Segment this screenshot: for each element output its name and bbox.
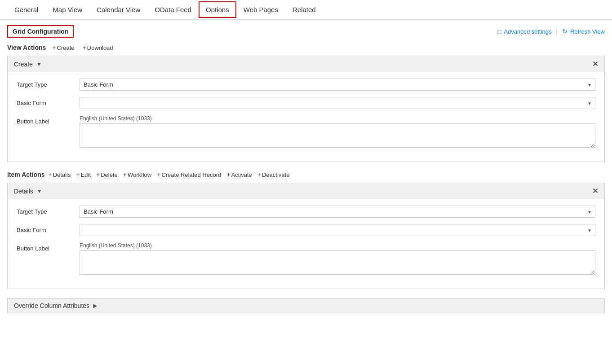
create-card-title: Create	[14, 61, 33, 68]
details-basic-form-select-wrapper	[80, 224, 595, 236]
create-target-type-row: Target Type Basic Form	[17, 79, 595, 91]
add-edit-button[interactable]: + Edit	[74, 171, 93, 178]
plus-icon: +	[52, 44, 56, 51]
workflow-btn-label: Workflow	[128, 171, 151, 178]
details-button-label-row: Button Label English (United States) (10…	[17, 242, 595, 276]
chevron-right-icon[interactable]: ▶	[93, 303, 97, 309]
plus-icon-workflow: +	[123, 171, 127, 178]
nav-item-related[interactable]: Related	[285, 1, 323, 18]
download-btn-label: Download	[87, 44, 113, 51]
add-deactivate-button[interactable]: + Deactivate	[256, 171, 292, 178]
details-target-type-select[interactable]: Basic Form	[80, 206, 595, 218]
details-card-header-left: Details ▼	[14, 188, 42, 195]
item-actions-label: Item Actions	[7, 171, 45, 178]
divider: |	[556, 28, 558, 35]
refresh-icon: ↻	[562, 28, 568, 35]
details-button-label-control: English (United States) (1033)	[80, 242, 595, 276]
create-card-close-button[interactable]: ✕	[592, 60, 598, 68]
details-button-label-textarea[interactable]	[80, 250, 595, 275]
create-basic-form-select-wrapper	[80, 97, 595, 109]
top-navigation: General Map View Calendar View OData Fee…	[0, 0, 612, 20]
nav-item-odata-feed[interactable]: OData Feed	[147, 1, 199, 18]
details-btn-label: Details	[53, 171, 71, 178]
refresh-view-link[interactable]: Refresh View	[570, 28, 605, 35]
plus-icon-deactivate: +	[257, 171, 261, 178]
details-card-title: Details	[14, 188, 33, 195]
details-target-type-label: Target Type	[17, 206, 80, 215]
plus-icon-edit: +	[76, 171, 80, 178]
create-card-header: Create ▼ ✕	[8, 56, 604, 72]
view-actions-section: View Actions + Create + Download	[7, 44, 605, 51]
delete-btn-label: Delete	[101, 171, 118, 178]
header-actions: □ Advanced settings | ↻ Refresh View	[497, 28, 605, 35]
details-basic-form-select[interactable]	[80, 224, 595, 236]
item-actions-section: Item Actions + Details + Edit + Delete +…	[7, 171, 605, 178]
advanced-settings-link[interactable]: Advanced settings	[504, 28, 551, 35]
create-related-btn-label: Create Related Record	[161, 171, 221, 178]
grid-config-header: Grid Configuration □ Advanced settings |…	[7, 25, 605, 38]
details-basic-form-label: Basic Form	[17, 224, 80, 233]
create-basic-form-select[interactable]	[80, 97, 595, 109]
details-target-type-row: Target Type Basic Form	[17, 206, 595, 218]
nav-item-general[interactable]: General	[7, 1, 45, 18]
details-basic-form-row: Basic Form	[17, 224, 595, 236]
plus-icon-activate: +	[226, 171, 230, 178]
add-delete-button[interactable]: + Delete	[94, 171, 120, 178]
create-button-label-label: Button Label	[17, 115, 80, 125]
plus-icon-create-related: +	[157, 171, 160, 178]
details-basic-form-control	[80, 224, 595, 236]
details-button-label-label: Button Label	[17, 242, 80, 252]
create-card: Create ▼ ✕ Target Type Basic Form Basi	[7, 56, 605, 162]
override-card: Override Column Attributes ▶	[7, 298, 605, 313]
details-target-type-select-wrapper: Basic Form	[80, 206, 595, 218]
edit-btn-label: Edit	[81, 171, 91, 178]
create-target-type-select[interactable]: Basic Form	[80, 79, 595, 91]
create-button-label-row: Button Label English (United States) (10…	[17, 115, 595, 149]
grid-config-title: Grid Configuration	[7, 25, 74, 38]
details-card-body: Target Type Basic Form Basic Form	[8, 199, 604, 289]
add-details-button[interactable]: + Details	[47, 171, 73, 178]
deactivate-btn-label: Deactivate	[262, 171, 289, 178]
create-target-type-label: Target Type	[17, 79, 80, 88]
details-locale-label: English (United States) (1033)	[80, 242, 595, 249]
details-target-type-control: Basic Form	[80, 206, 595, 218]
nav-item-calendar-view[interactable]: Calendar View	[89, 1, 147, 18]
create-locale-label: English (United States) (1033)	[80, 115, 595, 122]
add-download-button[interactable]: + Download	[81, 44, 115, 51]
details-card-header: Details ▼ ✕	[8, 183, 604, 199]
create-target-type-select-wrapper: Basic Form	[80, 79, 595, 91]
details-card: Details ▼ ✕ Target Type Basic Form Bas	[7, 183, 605, 289]
details-card-close-button[interactable]: ✕	[592, 187, 598, 195]
create-basic-form-control	[80, 97, 595, 109]
nav-item-web-pages[interactable]: Web Pages	[236, 1, 285, 18]
nav-item-options[interactable]: Options	[199, 1, 236, 18]
nav-item-map-view[interactable]: Map View	[45, 1, 89, 18]
activate-btn-label: Activate	[231, 171, 252, 178]
plus-icon-2: +	[83, 44, 86, 51]
create-target-type-control: Basic Form	[80, 79, 595, 91]
plus-icon-delete: +	[96, 171, 100, 178]
override-title: Override Column Attributes	[14, 302, 89, 309]
create-card-body: Target Type Basic Form Basic Form	[8, 72, 604, 162]
create-btn-label: Create	[57, 44, 75, 51]
settings-icon: □	[497, 28, 501, 35]
add-create-button[interactable]: + Create	[50, 44, 76, 51]
create-card-header-left: Create ▼	[14, 61, 42, 68]
details-chevron-down-icon[interactable]: ▼	[37, 188, 42, 194]
add-workflow-button[interactable]: + Workflow	[121, 171, 153, 178]
create-chevron-down-icon[interactable]: ▼	[36, 61, 42, 67]
plus-icon-details: +	[49, 171, 52, 178]
create-button-label-textarea[interactable]	[80, 123, 595, 148]
create-basic-form-row: Basic Form	[17, 97, 595, 109]
create-basic-form-label: Basic Form	[17, 97, 80, 106]
create-button-label-control: English (United States) (1033)	[80, 115, 595, 149]
main-content: Grid Configuration □ Advanced settings |…	[0, 20, 612, 319]
add-create-related-button[interactable]: + Create Related Record	[155, 171, 223, 178]
override-header: Override Column Attributes ▶	[8, 298, 604, 313]
add-activate-button[interactable]: + Activate	[225, 171, 253, 178]
view-actions-label: View Actions	[7, 44, 46, 51]
